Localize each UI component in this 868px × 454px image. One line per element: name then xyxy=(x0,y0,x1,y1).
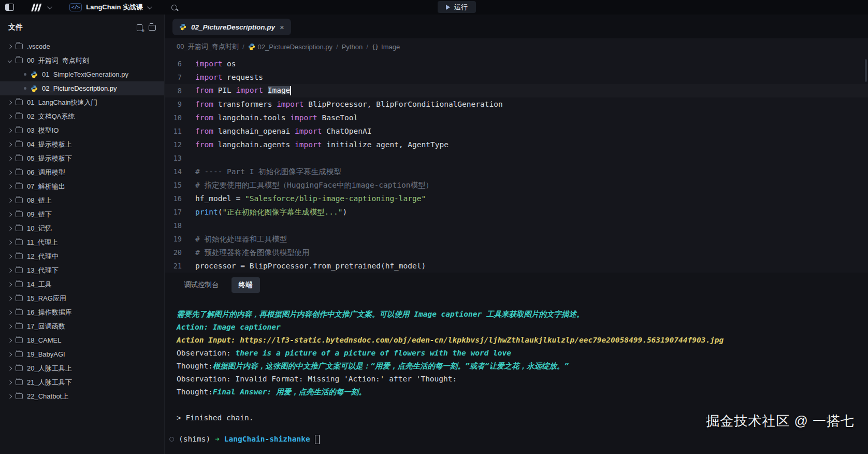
run-button[interactable]: 运行 xyxy=(438,1,476,13)
tree-folder-item[interactable]: 13_代理下 xyxy=(0,263,164,277)
tree-folder-item[interactable]: 03_模型IO xyxy=(0,123,164,137)
tree-folder-item[interactable]: 06_调用模型 xyxy=(0,165,164,179)
tab-close-icon[interactable]: × xyxy=(280,23,284,31)
code-line[interactable]: 21processor = BlipProcessor.from_pretrai… xyxy=(165,259,868,273)
terminal-line: Observation: there is a picture of a pic… xyxy=(177,347,868,360)
tree-item-label: 11_代理上 xyxy=(27,238,58,247)
chevron-right-icon xyxy=(8,366,12,370)
explorer-title: 文件 xyxy=(8,23,137,32)
chevron-right-icon xyxy=(8,184,12,188)
code-line[interactable]: 10from langchain.tools import BaseTool xyxy=(165,111,868,124)
braces-icon: {} xyxy=(372,44,379,50)
folder-icon xyxy=(16,295,23,301)
editor-tab-label: 02_PictureDescription.py xyxy=(191,23,275,31)
editor-tab-active[interactable]: 02_PictureDescription.py × xyxy=(172,19,291,35)
code-line[interactable]: 17print("正在初始化图像字幕生成模型...") xyxy=(165,205,868,219)
code-line[interactable]: 8from PIL import Image xyxy=(165,84,868,97)
tree-folder-item[interactable]: 02_文档QA系统 xyxy=(0,109,164,123)
tree-folder-item[interactable]: 22_Chatbot上 xyxy=(0,389,164,403)
terminal-cursor xyxy=(315,435,320,444)
code-text: # 指定要使用的工具模型（HuggingFace中的image-caption模… xyxy=(195,180,433,190)
folder-icon xyxy=(16,239,23,245)
tree-file-item[interactable]: 02_PictureDescription.py xyxy=(0,81,164,95)
chevron-right-icon xyxy=(8,170,12,174)
code-text: from langchain.tools import BaseTool xyxy=(195,114,358,122)
explorer-header: 文件 xyxy=(0,15,164,37)
terminal-prompt[interactable]: (shims) ➜ LangChain-shizhanke xyxy=(177,433,868,446)
sidebar-toggle-icon[interactable] xyxy=(5,4,14,11)
breadcrumb-item[interactable]: 02_PictureDescription.py xyxy=(248,43,333,51)
code-line[interactable]: 18 xyxy=(165,219,868,232)
tree-folder-item[interactable]: 11_代理上 xyxy=(0,235,164,249)
code-editor[interactable]: 6import os7import requests8from PIL impo… xyxy=(165,55,868,273)
project-selector[interactable]: </> LangChain 实战课 xyxy=(69,3,151,12)
code-line[interactable]: 16hf_model = "Salesforce/blip-image-capt… xyxy=(165,192,868,205)
tree-folder-item[interactable]: 08_链上 xyxy=(0,193,164,207)
tree-folder-item[interactable]: .vscode xyxy=(0,39,164,53)
breadcrumb-item[interactable]: {}Image xyxy=(372,43,400,51)
python-icon xyxy=(31,71,38,78)
tree-folder-item[interactable]: 18_CAMEL xyxy=(0,333,164,347)
folder-icon xyxy=(16,253,23,259)
tree-item-label: 02_文档QA系统 xyxy=(27,112,75,121)
line-number: 12 xyxy=(165,140,195,149)
tree-folder-item[interactable]: 05_提示模板下 xyxy=(0,151,164,165)
code-line[interactable]: 12from langchain.agents import initializ… xyxy=(165,138,868,151)
code-line[interactable]: 13 xyxy=(165,151,868,165)
project-dropdown-chevron-icon[interactable] xyxy=(147,4,152,9)
tree-file-item[interactable]: 01_SimpleTextGeneration.py xyxy=(0,67,164,81)
tree-folder-item[interactable]: 09_链下 xyxy=(0,207,164,221)
tree-folder-item[interactable]: 17_回调函数 xyxy=(0,319,164,333)
logo-dropdown-chevron-icon[interactable] xyxy=(47,4,52,9)
folder-icon xyxy=(16,58,23,63)
terminal-tab-debug-console[interactable]: 调试控制台 xyxy=(177,277,226,293)
search-icon[interactable] xyxy=(171,5,177,10)
tree-item-label: 01_SimpleTextGeneration.py xyxy=(42,70,128,78)
new-folder-icon[interactable] xyxy=(149,25,156,31)
tree-folder-item[interactable]: 20_人脉工具上 xyxy=(0,361,164,375)
folder-icon xyxy=(16,365,23,371)
breadcrumb-label: Image xyxy=(381,43,400,51)
terminal-line: Thought:根据图片内容，这张图的中文推广文案可以是：“用爱，点亮生活的每一… xyxy=(177,360,868,373)
tree-item-label: 21_人脉工具下 xyxy=(27,378,72,387)
folder-icon xyxy=(16,309,23,315)
breadcrumb: 00_开篇词_奇点时刻/02_PictureDescription.py/Pyt… xyxy=(165,38,868,55)
tree-folder-item[interactable]: 04_提示模板上 xyxy=(0,137,164,151)
folder-icon xyxy=(16,379,23,385)
line-number: 6 xyxy=(165,60,195,68)
logo-icon xyxy=(31,4,44,11)
breadcrumb-separator: / xyxy=(366,43,368,51)
tree-folder-item[interactable]: 21_人脉工具下 xyxy=(0,375,164,389)
tree-folder-item[interactable]: 01_LangChain快速入门 xyxy=(0,95,164,109)
tree-item-label: 01_LangChain快速入门 xyxy=(27,98,98,107)
code-line[interactable]: 15# 指定要使用的工具模型（HuggingFace中的image-captio… xyxy=(165,178,868,192)
app-logo[interactable] xyxy=(31,4,51,11)
tree-folder-item[interactable]: 16_操作数据库 xyxy=(0,305,164,319)
tree-folder-item[interactable]: 12_代理中 xyxy=(0,249,164,263)
code-line[interactable]: 6import os xyxy=(165,57,868,70)
code-line[interactable]: 19# 初始化处理器和工具模型 xyxy=(165,232,868,246)
code-line[interactable]: 9from transformers import BlipProcessor,… xyxy=(165,97,868,111)
code-text: import requests xyxy=(195,73,263,81)
code-line[interactable]: 20# 预处理器将准备图像供模型使用 xyxy=(165,246,868,259)
tree-folder-item[interactable]: 15_RAG应用 xyxy=(0,291,164,305)
code-text: # 初始化处理器和工具模型 xyxy=(195,234,287,244)
code-line[interactable]: 14# ---- Part I 初始化图像字幕生成模型 xyxy=(165,165,868,178)
tree-item-label: 10_记忆 xyxy=(27,224,52,233)
code-text: from langchain_openai import ChatOpenAI xyxy=(195,127,371,135)
top-bar: </> LangChain 实战课 运行 xyxy=(0,0,868,15)
tree-folder-item[interactable]: 19_BabyAGI xyxy=(0,347,164,361)
code-line[interactable]: 7import requests xyxy=(165,70,868,84)
tree-folder-item[interactable]: 10_记忆 xyxy=(0,221,164,235)
tree-folder-item[interactable]: 14_工具 xyxy=(0,277,164,291)
code-line[interactable]: 11from langchain_openai import ChatOpenA… xyxy=(165,124,868,138)
editor-scrollbar[interactable] xyxy=(865,59,867,82)
text-cursor xyxy=(290,86,291,95)
breadcrumb-item[interactable]: Python xyxy=(342,43,363,51)
new-file-icon[interactable] xyxy=(137,24,142,31)
breadcrumb-item[interactable]: 00_开篇词_奇点时刻 xyxy=(177,42,239,51)
terminal-tab-terminal[interactable]: 终端 xyxy=(232,277,260,293)
editor-area: 02_PictureDescription.py × 00_开篇词_奇点时刻/0… xyxy=(165,15,868,454)
tree-folder-item[interactable]: 07_解析输出 xyxy=(0,179,164,193)
tree-folder-item[interactable]: 00_开篇词_奇点时刻 xyxy=(0,53,164,67)
